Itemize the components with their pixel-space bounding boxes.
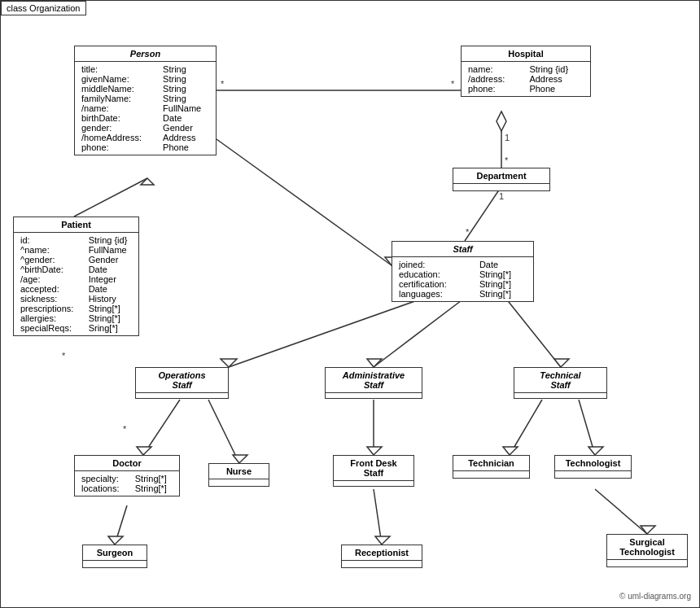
surgeon-header: Surgeon: [83, 545, 147, 561]
hospital-class: Hospital name:String {id} /address:Addre…: [461, 46, 591, 97]
surgeon-class: Surgeon: [82, 545, 147, 568]
hospital-body: name:String {id} /address:Address phone:…: [462, 62, 590, 96]
svg-line-12: [217, 139, 392, 265]
staff-header: Staff: [392, 242, 533, 257]
svg-text:*: *: [466, 227, 470, 237]
surgical-tech-body: [607, 560, 687, 566]
svg-marker-11: [141, 178, 154, 185]
frontdesk-body: [334, 481, 413, 486]
svg-text:*: *: [451, 79, 455, 89]
svg-marker-29: [588, 447, 603, 455]
svg-text:*: *: [505, 155, 509, 165]
svg-text:1: 1: [499, 191, 504, 201]
svg-line-7: [465, 186, 501, 241]
svg-text:*: *: [123, 424, 127, 434]
person-class: Person title:String givenName:String mid…: [74, 46, 217, 155]
department-header: Department: [453, 168, 549, 184]
svg-marker-4: [497, 112, 506, 131]
frontdesk-header: Front DeskStaff: [334, 456, 413, 481]
staff-body: joined:Date education:String[*] certific…: [392, 257, 533, 301]
svg-marker-31: [108, 536, 123, 545]
svg-line-10: [74, 178, 147, 217]
patient-header: Patient: [14, 217, 138, 233]
ops-staff-header: OperationsStaff: [136, 368, 228, 393]
receptionist-class: Receptionist: [341, 545, 422, 568]
svg-line-18: [505, 298, 561, 367]
nurse-body: [209, 479, 269, 486]
svg-marker-23: [233, 455, 247, 463]
surgical-tech-header: SurgicalTechnologist: [607, 535, 687, 560]
svg-marker-21: [137, 447, 151, 455]
tech-staff-body: [514, 393, 606, 398]
technologist-header: Technologist: [555, 456, 631, 471]
technician-body: [453, 471, 529, 478]
admin-staff-class: AdministrativeStaff: [325, 367, 422, 399]
svg-marker-15: [221, 359, 237, 367]
svg-line-16: [374, 298, 465, 367]
patient-class: Patient id:String {id} ^name:FullName ^g…: [13, 217, 139, 336]
receptionist-header: Receptionist: [342, 545, 422, 561]
technologist-body: [555, 471, 631, 478]
svg-text:*: *: [62, 351, 66, 361]
doctor-class: Doctor specialty:String[*] locations:Str…: [74, 455, 180, 496]
svg-line-30: [115, 505, 127, 545]
watermark: © uml-diagrams.org: [619, 592, 691, 601]
svg-marker-33: [375, 536, 390, 545]
ops-staff-body: [136, 393, 228, 398]
admin-staff-header: AdministrativeStaff: [326, 368, 422, 393]
technician-header: Technician: [453, 456, 529, 471]
person-header: Person: [75, 46, 216, 62]
admin-staff-body: [326, 393, 422, 398]
technologist-class: Technologist: [554, 455, 632, 479]
receptionist-body: [342, 561, 422, 567]
svg-marker-17: [367, 359, 382, 367]
tech-staff-class: TechnicalStaff: [514, 367, 607, 399]
svg-text:*: *: [221, 79, 225, 89]
surgical-tech-class: SurgicalTechnologist: [606, 534, 688, 567]
svg-line-14: [229, 298, 424, 367]
svg-line-34: [595, 489, 647, 534]
ops-staff-class: OperationsStaff: [135, 367, 229, 399]
doctor-body: specialty:String[*] locations:String[*]: [75, 471, 179, 496]
svg-marker-25: [367, 447, 382, 455]
diagram-title: class Organization: [1, 1, 86, 15]
svg-marker-27: [503, 447, 518, 455]
surgeon-body: [83, 561, 147, 567]
nurse-class: Nurse: [208, 463, 269, 487]
svg-line-32: [374, 489, 382, 545]
staff-class: Staff joined:Date education:String[*] ce…: [392, 241, 534, 302]
patient-body: id:String {id} ^name:FullName ^gender:Ge…: [14, 233, 138, 335]
svg-marker-19: [554, 359, 569, 367]
technician-class: Technician: [453, 455, 530, 479]
person-body: title:String givenName:String middleName…: [75, 62, 216, 155]
frontdesk-class: Front DeskStaff: [333, 455, 414, 487]
svg-line-22: [208, 400, 239, 463]
diagram-container: class Organization * * 1 * 1 *: [0, 0, 700, 608]
hospital-header: Hospital: [462, 46, 590, 62]
svg-line-26: [510, 400, 542, 455]
svg-marker-35: [641, 526, 655, 534]
doctor-header: Doctor: [75, 456, 179, 471]
nurse-header: Nurse: [209, 464, 269, 479]
department-body: [453, 184, 549, 190]
svg-line-20: [143, 400, 180, 455]
svg-line-28: [579, 400, 595, 455]
svg-text:1: 1: [505, 133, 510, 142]
department-class: Department: [453, 168, 550, 191]
tech-staff-header: TechnicalStaff: [514, 368, 606, 393]
